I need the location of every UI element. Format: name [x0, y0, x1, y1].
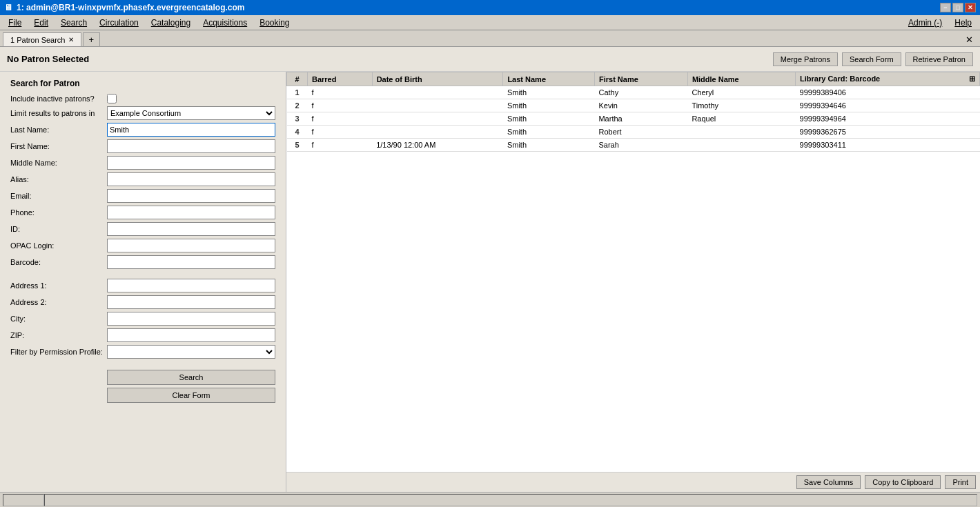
table-cell: 99999389406	[796, 86, 980, 99]
table-cell: Smith	[503, 126, 595, 139]
menu-booking[interactable]: Booking	[254, 17, 295, 29]
table-cell: Sarah	[594, 139, 687, 152]
col-header-middlename[interactable]: Middle Name	[687, 72, 795, 86]
search-form-button[interactable]: Search Form	[842, 52, 901, 66]
limit-results-select[interactable]: Example Consortium	[107, 106, 275, 120]
search-form-title: Search for Patron	[10, 79, 275, 88]
table-cell: f	[308, 99, 373, 112]
table-row[interactable]: 4fSmithRobert99999362675	[287, 126, 980, 139]
table-header-row: # Barred Date of Birth Last Name First N…	[287, 72, 980, 86]
merge-patrons-button[interactable]: Merge Patrons	[773, 52, 838, 66]
menu-search[interactable]: Search	[55, 17, 92, 29]
menu-acquisitions[interactable]: Acquisitions	[197, 17, 253, 29]
limit-results-label: Limit results to patrons in	[10, 109, 107, 117]
table-cell: Robert	[594, 126, 687, 139]
clear-form-button[interactable]: Clear Form	[107, 388, 275, 403]
filter-profile-select[interactable]	[107, 345, 275, 359]
save-columns-button[interactable]: Save Columns	[796, 475, 861, 489]
table-cell	[372, 112, 503, 126]
results-tbody: 1fSmithCathyCheryl999993894062fSmithKevi…	[287, 86, 980, 152]
opac-login-row: OPAC Login:	[10, 239, 275, 252]
table-cell	[687, 139, 795, 152]
table-cell: f	[308, 86, 373, 99]
results-table-container: # Barred Date of Birth Last Name First N…	[286, 72, 980, 472]
close-button[interactable]: ✕	[965, 3, 976, 12]
table-row[interactable]: 2fSmithKevinTimothy99999394646	[287, 99, 980, 112]
table-row[interactable]: 3fSmithMarthaRaquel99999394964	[287, 112, 980, 126]
print-button[interactable]: Print	[945, 475, 976, 489]
zip-input[interactable]	[107, 328, 275, 342]
table-cell: f	[308, 126, 373, 139]
copy-clipboard-button[interactable]: Copy to Clipboard	[865, 475, 941, 489]
email-input[interactable]	[107, 189, 275, 203]
address1-input[interactable]	[107, 279, 275, 292]
table-cell: 4	[287, 126, 308, 139]
city-row: City:	[10, 312, 275, 326]
table-cell: f	[308, 112, 373, 126]
table-cell: 99999394646	[796, 99, 980, 112]
table-cell: Smith	[503, 86, 595, 99]
id-input[interactable]	[107, 222, 275, 236]
minimize-button[interactable]: −	[940, 3, 951, 12]
search-button[interactable]: Search	[107, 370, 275, 385]
col-header-barcode[interactable]: Library Card: Barcode ⊞	[796, 72, 980, 86]
results-bottom-bar: Save Columns Copy to Clipboard Print	[286, 472, 980, 492]
address1-label: Address 1:	[10, 281, 107, 290]
table-cell: Cathy	[594, 86, 687, 99]
results-panel: # Barred Date of Birth Last Name First N…	[286, 72, 980, 492]
patron-status: No Patron Selected	[7, 54, 89, 64]
barcode-input[interactable]	[107, 255, 275, 269]
content-area: Search for Patron Include inactive patro…	[0, 72, 980, 492]
alias-row: Alias:	[10, 172, 275, 186]
last-name-label: Last Name:	[10, 126, 107, 134]
main-content: No Patron Selected Merge Patrons Search …	[0, 47, 980, 492]
alias-input[interactable]	[107, 172, 275, 186]
limit-results-row: Limit results to patrons in Example Cons…	[10, 106, 275, 120]
table-cell: Smith	[503, 112, 595, 126]
results-table: # Barred Date of Birth Last Name First N…	[286, 72, 980, 152]
city-input[interactable]	[107, 312, 275, 326]
include-inactive-checkbox[interactable]	[107, 94, 117, 103]
first-name-input[interactable]	[107, 139, 275, 153]
col-header-dob[interactable]: Date of Birth	[372, 72, 503, 86]
table-row[interactable]: 5f1/13/90 12:00 AMSmithSarah99999303411	[287, 139, 980, 152]
barcode-row: Barcode:	[10, 255, 275, 269]
menu-admin[interactable]: Admin (-)	[903, 17, 948, 29]
address2-input[interactable]	[107, 295, 275, 309]
tab-add-button[interactable]: +	[83, 32, 101, 46]
col-header-num[interactable]: #	[287, 72, 308, 86]
email-label: Email:	[10, 192, 107, 200]
col-header-firstname[interactable]: First Name	[594, 72, 687, 86]
titlebar-title: 1: admin@BR1-winxpvmfx.phasefx.evergreen…	[17, 3, 940, 12]
opac-login-label: OPAC Login:	[10, 241, 107, 250]
tab-patron-search[interactable]: 1 Patron Search ✕	[3, 32, 81, 46]
last-name-input[interactable]	[107, 123, 275, 137]
col-header-lastname[interactable]: Last Name	[503, 72, 595, 86]
id-row: ID:	[10, 222, 275, 236]
phone-row: Phone:	[10, 206, 275, 219]
menubar: File Edit Search Circulation Cataloging …	[0, 15, 980, 30]
menu-circulation[interactable]: Circulation	[94, 17, 144, 29]
window-controls: − □ ✕	[940, 3, 976, 12]
zip-label: ZIP:	[10, 331, 107, 339]
table-row[interactable]: 1fSmithCathyCheryl99999389406	[287, 86, 980, 99]
menu-file[interactable]: File	[3, 17, 27, 29]
phone-input[interactable]	[107, 206, 275, 219]
titlebar-icon: 🖥	[4, 3, 12, 12]
top-action-buttons: Merge Patrons Search Form Retrieve Patro…	[773, 52, 973, 66]
table-cell: 1	[287, 86, 308, 99]
col-header-barred[interactable]: Barred	[308, 72, 373, 86]
tab-close-icon[interactable]: ✕	[68, 36, 74, 43]
statusbar	[0, 492, 980, 507]
middle-name-row: Middle Name:	[10, 156, 275, 170]
restore-button[interactable]: □	[952, 3, 963, 12]
middle-name-input[interactable]	[107, 156, 275, 170]
menu-help[interactable]: Help	[949, 17, 977, 29]
first-name-row: First Name:	[10, 139, 275, 153]
opac-login-input[interactable]	[107, 239, 275, 252]
top-bar: No Patron Selected Merge Patrons Search …	[0, 47, 980, 72]
tab-close-window[interactable]: ✕	[961, 33, 977, 46]
menu-cataloging[interactable]: Cataloging	[146, 17, 196, 29]
retrieve-patron-button[interactable]: Retrieve Patron	[905, 52, 973, 66]
menu-edit[interactable]: Edit	[28, 17, 54, 29]
